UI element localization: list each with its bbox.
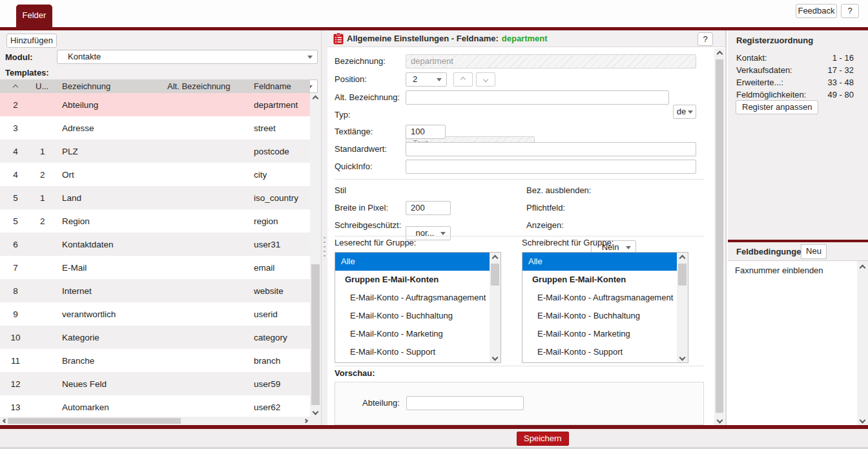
group-list-item[interactable]: E-Mail-Konto - Support xyxy=(522,343,677,361)
cell-position: 4 xyxy=(0,147,31,156)
table-row[interactable]: 4 1 PLZ postcode xyxy=(0,140,310,163)
position-select[interactable]: 2 xyxy=(406,72,447,87)
schreibrecht-listbox: Alle Gruppen E-Mail-Konten E-Mail-Konto … xyxy=(522,252,688,363)
fields-table: 2 Abteilung department 3 Adresse street … xyxy=(0,93,310,417)
group-list-item[interactable]: E-Mail-Konto - Buchhaltung xyxy=(335,307,490,325)
group-list-item[interactable]: E-Mail-Konto - Auftragsmanagement xyxy=(335,289,490,307)
tab-felder[interactable]: Felder xyxy=(16,5,52,30)
group-list-item[interactable]: Gruppen E-Mail-Konten xyxy=(522,271,677,289)
table-row[interactable]: 13 Automarken user62 xyxy=(0,395,310,417)
column-header-feldname[interactable]: Feldname xyxy=(253,81,310,91)
group-list-item[interactable]: E-Mail-Konto - Marketing xyxy=(522,325,677,343)
table-row[interactable]: 5 2 Region region xyxy=(0,209,310,233)
cell-bezeichnung: Adresse xyxy=(61,123,166,133)
standardwert-input[interactable] xyxy=(406,142,696,156)
group-list-item[interactable]: Alle xyxy=(522,253,688,271)
listbox-scrollbar[interactable] xyxy=(677,253,688,362)
cell-position: 12 xyxy=(0,379,31,389)
scroll-up-button[interactable] xyxy=(490,253,501,263)
table-row[interactable]: 6 Kontaktdaten user31 xyxy=(0,233,310,256)
table-row[interactable]: 3 Adresse street xyxy=(0,116,310,140)
neu-button[interactable]: Neu xyxy=(801,244,827,259)
table-row[interactable]: 5 1 Land iso_country xyxy=(0,186,310,209)
table-row[interactable]: 9 verantwortlich userid xyxy=(0,302,310,326)
column-header-alt-bezeichnung[interactable]: Alt. Bezeichnung xyxy=(166,81,253,91)
breite-label: Breite in Pixel: xyxy=(335,201,388,215)
scroll-down-button[interactable] xyxy=(490,352,501,362)
preview-field-label: Abteilung: xyxy=(362,396,400,410)
register-row: Feldmöglichkeiten: 49 - 80 xyxy=(728,89,868,101)
listbox-scrollbar[interactable] xyxy=(490,253,501,362)
cell-feldname: street xyxy=(253,123,310,133)
position-label: Position: xyxy=(335,72,367,87)
language-select[interactable]: de xyxy=(673,105,696,119)
group-list-item[interactable]: E-Mail-Konto - Marketing xyxy=(335,325,490,343)
schreibrecht-label: Schreibrecht für Gruppe: xyxy=(522,238,614,248)
chevron-down-icon xyxy=(716,417,723,423)
scroll-down-button[interactable] xyxy=(677,352,688,362)
table-vertical-scrollbar[interactable] xyxy=(310,93,321,417)
scrollbar-thumb[interactable] xyxy=(491,264,499,286)
table-horizontal-scrollbar[interactable] xyxy=(0,417,310,425)
scroll-up-button[interactable] xyxy=(714,48,725,59)
table-row[interactable]: 7 E-Mail email xyxy=(0,256,310,279)
cell-position: 9 xyxy=(0,309,31,319)
alt-bezeichnung-label: Alt. Bezeichnung: xyxy=(335,90,400,105)
divider xyxy=(335,366,704,366)
settings-vertical-scrollbar[interactable] xyxy=(714,48,725,425)
textlaenge-input[interactable]: 100 xyxy=(406,125,446,139)
feldbedingung-item[interactable]: Faxnummer einblenden xyxy=(728,261,857,275)
panel-splitter[interactable] xyxy=(321,30,327,425)
scroll-up-button[interactable] xyxy=(857,262,868,273)
group-list-item[interactable]: E-Mail-Konto - Support xyxy=(335,343,490,361)
move-down-button[interactable] xyxy=(476,72,495,87)
group-list-item[interactable]: E-Mail-Konto - Auftragsmanagement xyxy=(522,289,677,307)
chevron-down-icon xyxy=(437,78,442,81)
cell-feldname: user59 xyxy=(253,379,310,389)
feedback-button[interactable]: Feedback xyxy=(796,4,837,18)
add-field-button[interactable]: Hinzufügen xyxy=(6,34,57,48)
help-button[interactable]: ? xyxy=(841,4,859,18)
table-row[interactable]: 10 Kategorie category xyxy=(0,326,310,349)
scroll-down-button[interactable] xyxy=(857,415,868,425)
scroll-right-button[interactable] xyxy=(301,417,310,425)
listbox-scrollbar[interactable] xyxy=(857,261,868,425)
modul-label: Modul: xyxy=(5,50,33,65)
quickinfo-input[interactable] xyxy=(406,160,696,174)
scrollbar-thumb[interactable] xyxy=(311,264,320,405)
column-header-position-sort[interactable] xyxy=(0,81,31,91)
pflichtfeld-label: Pflichtfeld: xyxy=(526,201,565,215)
scroll-up-button[interactable] xyxy=(310,93,321,103)
scrollbar-thumb[interactable] xyxy=(678,264,687,286)
table-row[interactable]: 2 Abteilung department xyxy=(0,93,310,116)
column-header-unterposition[interactable]: U... xyxy=(31,81,61,91)
breite-input[interactable]: 200 xyxy=(406,201,451,215)
move-up-button[interactable] xyxy=(453,72,473,87)
textlaenge-label: Textlänge: xyxy=(335,125,373,139)
scroll-up-button[interactable] xyxy=(677,253,688,263)
group-list-item[interactable]: Gruppen E-Mail-Konten xyxy=(335,271,490,289)
save-button[interactable]: Speichern xyxy=(517,432,569,446)
cell-bezeichnung: Ort xyxy=(61,170,166,180)
scroll-down-button[interactable] xyxy=(310,406,321,417)
table-row[interactable]: 8 Internet website xyxy=(0,279,310,302)
group-list-item[interactable]: E-Mail-Konto - Buchhaltung xyxy=(522,307,677,325)
group-list-item[interactable]: Alle xyxy=(335,253,501,271)
scrollbar-thumb[interactable] xyxy=(716,59,723,413)
settings-title-text: Allgemeine Einstellungen - Feldname: xyxy=(347,34,499,43)
register-anpassen-button[interactable]: Register anpassen xyxy=(736,100,818,114)
table-row[interactable]: 12 Neues Feld user59 xyxy=(0,372,310,395)
sort-asc-icon xyxy=(13,85,18,90)
settings-help-button[interactable]: ? xyxy=(698,32,713,46)
scroll-down-button[interactable] xyxy=(714,415,725,425)
scrollbar-thumb[interactable] xyxy=(8,418,181,424)
group-list-item-label: E-Mail-Konto - Buchhaltung xyxy=(350,311,453,320)
table-row[interactable]: 11 Branche branch xyxy=(0,349,310,372)
alt-bezeichnung-input[interactable] xyxy=(406,90,669,105)
table-row[interactable]: 4 2 Ort city xyxy=(0,163,310,186)
modul-select[interactable]: Kontakte xyxy=(57,50,318,64)
preview-field-input[interactable] xyxy=(406,396,524,410)
cell-feldname: user62 xyxy=(253,402,310,412)
column-header-bezeichnung[interactable]: Bezeichnung xyxy=(61,81,166,91)
feldbedingungen-listbox: Faxnummer einblenden xyxy=(728,260,868,425)
